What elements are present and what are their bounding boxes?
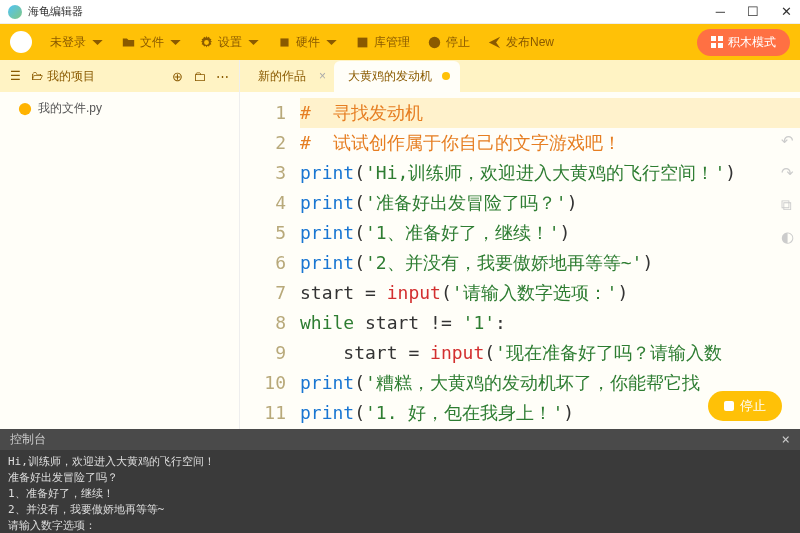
help-icon[interactable]: ◐ (781, 228, 794, 246)
app-logo-icon (8, 5, 22, 19)
t: print (300, 192, 354, 213)
new-folder-icon[interactable]: 🗀 (193, 69, 206, 84)
titlebar: 海龟编辑器 ─ ☐ ✕ (0, 0, 800, 24)
chip-icon (278, 36, 291, 49)
maximize-button[interactable]: ☐ (747, 4, 759, 19)
menu-icon[interactable]: ☰ (10, 69, 21, 83)
close-button[interactable]: ✕ (781, 4, 792, 19)
window-controls: ─ ☐ ✕ (716, 4, 792, 19)
folder-icon (122, 36, 135, 49)
console-line: 准备好出发冒险了吗？ (8, 471, 118, 484)
stop-label: 停止 (446, 34, 470, 51)
t: '准备好出发冒险了吗？' (365, 192, 567, 213)
new-file-icon[interactable]: ⊕ (172, 69, 183, 84)
library-menu[interactable]: 库管理 (356, 34, 410, 51)
tab-new[interactable]: 新的作品× (244, 61, 334, 92)
t: '糟糕，大黄鸡的发动机坏了，你能帮它找 (365, 372, 700, 393)
console-title: 控制台 (10, 431, 46, 448)
console: 控制台 × Hi,训练师，欢迎进入大黄鸡的飞行空间！ 准备好出发冒险了吗？ 1、… (0, 429, 800, 533)
menubar: 未登录 文件 设置 硬件 库管理 停止 发布New 积木模式 (0, 24, 800, 60)
file-item[interactable]: 我的文件.py (0, 92, 239, 125)
close-icon[interactable]: × (782, 431, 790, 447)
t: start = (343, 342, 430, 363)
settings-menu[interactable]: 设置 (200, 34, 260, 51)
console-line: 请输入数字选项： (8, 519, 96, 532)
t: input (430, 342, 484, 363)
tab-active[interactable]: 大黄鸡的发动机 (334, 61, 460, 92)
blocks-label: 积木模式 (728, 34, 776, 51)
t: 'Hi,训练师，欢迎进入大黄鸡的飞行空间！' (365, 162, 725, 183)
minimize-button[interactable]: ─ (716, 4, 725, 19)
t: '1. 好，包在我身上！' (365, 402, 563, 423)
svg-point-6 (19, 102, 31, 114)
editor: 新的作品× 大黄鸡的发动机 123456789101112 # 寻找发动机# 试… (240, 60, 800, 429)
console-line: 2、并没有，我要傲娇地再等等~ (8, 503, 164, 516)
svg-rect-2 (711, 36, 716, 41)
folder-icon: 🗁 (31, 69, 43, 83)
code-content[interactable]: # 寻找发动机# 试试创作属于你自己的文字游戏吧！ print('Hi,训练师，… (300, 92, 800, 429)
sidebar-header: ☰ 🗁 我的项目 ⊕ 🗀 ⋯ (0, 60, 239, 92)
t: '现在准备好了吗？请输入数 (495, 342, 722, 363)
svg-rect-5 (718, 43, 723, 48)
stop-icon (428, 36, 441, 49)
console-output[interactable]: Hi,训练师，欢迎进入大黄鸡的飞行空间！ 准备好出发冒险了吗？ 1、准备好了，继… (0, 450, 800, 533)
code-line: # 寻找发动机 (300, 102, 423, 123)
stop-menu[interactable]: 停止 (428, 34, 470, 51)
settings-label: 设置 (218, 34, 242, 51)
chevron-down-icon (247, 36, 260, 49)
svg-rect-0 (280, 38, 288, 46)
send-icon (488, 36, 501, 49)
svg-rect-4 (711, 43, 716, 48)
t: print (300, 402, 354, 423)
code-line: # 试试创作属于你自己的文字游戏吧！ (300, 132, 621, 153)
line-gutter: 123456789101112 (240, 92, 300, 429)
redo-icon[interactable]: ↷ (781, 164, 794, 182)
svg-point-1 (429, 36, 440, 47)
book-icon (356, 36, 369, 49)
t: print (300, 222, 354, 243)
avatar[interactable] (10, 31, 32, 53)
tab-label: 大黄鸡的发动机 (348, 69, 432, 83)
login-menu[interactable]: 未登录 (50, 34, 104, 51)
chevron-down-icon (91, 36, 104, 49)
tab-label: 新的作品 (258, 69, 306, 83)
tabs: 新的作品× 大黄鸡的发动机 (240, 60, 800, 92)
publish-label: 发布New (506, 34, 554, 51)
t: '1、准备好了，继续！' (365, 222, 560, 243)
copy-icon[interactable]: ⧉ (781, 196, 794, 214)
file-label: 文件 (140, 34, 164, 51)
blocks-mode-button[interactable]: 积木模式 (697, 29, 790, 56)
undo-icon[interactable]: ↶ (781, 132, 794, 150)
t: input (387, 282, 441, 303)
stop-label: 停止 (740, 397, 766, 415)
t: '请输入数字选项：' (452, 282, 618, 303)
close-icon[interactable]: × (319, 69, 326, 83)
editor-side-icons: ↶ ↷ ⧉ ◐ (781, 132, 794, 246)
code-area[interactable]: 123456789101112 # 寻找发动机# 试试创作属于你自己的文字游戏吧… (240, 92, 800, 429)
sidebar: ☰ 🗁 我的项目 ⊕ 🗀 ⋯ 我的文件.py (0, 60, 240, 429)
t: while (300, 312, 354, 333)
project-title: 我的项目 (47, 68, 95, 85)
publish-menu[interactable]: 发布New (488, 34, 554, 51)
file-menu[interactable]: 文件 (122, 34, 182, 51)
t: print (300, 372, 354, 393)
app-title: 海龟编辑器 (28, 4, 83, 19)
stop-square-icon (724, 401, 734, 411)
python-icon (18, 102, 32, 116)
library-label: 库管理 (374, 34, 410, 51)
hardware-menu[interactable]: 硬件 (278, 34, 338, 51)
chevron-down-icon (325, 36, 338, 49)
stop-button[interactable]: 停止 (708, 391, 782, 421)
more-icon[interactable]: ⋯ (216, 69, 229, 84)
chevron-down-icon (169, 36, 182, 49)
console-line: Hi,训练师，欢迎进入大黄鸡的飞行空间！ (8, 455, 215, 468)
t: '2、并没有，我要傲娇地再等等~' (365, 252, 642, 273)
console-line: 1、准备好了，继续！ (8, 487, 114, 500)
svg-rect-3 (718, 36, 723, 41)
t: print (300, 252, 354, 273)
t: start = (300, 282, 387, 303)
console-header: 控制台 × (0, 429, 800, 450)
t: '1' (463, 312, 496, 333)
modified-dot-icon (442, 72, 450, 80)
blocks-icon (711, 36, 723, 48)
